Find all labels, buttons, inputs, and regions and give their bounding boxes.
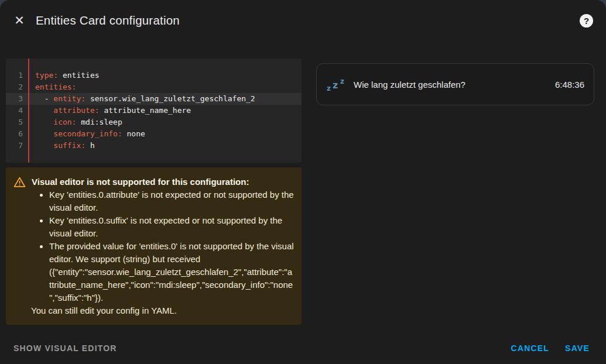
- line-number: 1: [6, 70, 28, 81]
- line-number: 3: [6, 93, 28, 105]
- yaml-code-line[interactable]: 5 icon: mdi:sleep: [6, 116, 302, 128]
- sleep-icon-z: z: [327, 85, 331, 92]
- show-visual-editor-button[interactable]: SHOW VISUAL EDITOR: [13, 344, 117, 353]
- yaml-code-line[interactable]: 2entities:: [6, 81, 302, 93]
- yaml-token-plain: entities: [58, 71, 99, 80]
- yaml-token-plain: attribute_name_here: [100, 106, 191, 115]
- editor-gutter-rule: [28, 59, 29, 163]
- yaml-token-key: type:: [35, 71, 58, 80]
- code-text: entities:: [28, 81, 76, 93]
- warning-title: Visual editor is not supported for this …: [32, 176, 249, 188]
- dialog-header: ✕ Entities Card configuration ?: [0, 0, 606, 39]
- entities-card-preview: z z z Wie lang zuletzt geschlafen? 6:48:…: [316, 63, 594, 105]
- sleep-icon: z z z: [326, 73, 348, 96]
- yaml-token-plain: sensor.wie_lang_zuletzt_geschlafen_2: [85, 94, 255, 103]
- config-column: 1type: entities2entities:3 - entity: sen…: [6, 59, 302, 325]
- yaml-code-line[interactable]: 6 secondary_info: none: [6, 128, 302, 140]
- yaml-editor[interactable]: 1type: entities2entities:3 - entity: sen…: [6, 59, 302, 163]
- yaml-token-plain: [35, 141, 53, 150]
- sleep-icon-z: z: [340, 78, 344, 85]
- save-button[interactable]: SAVE: [565, 344, 590, 353]
- yaml-token-plain: mdi:sleep: [76, 118, 122, 126]
- warning-note: You can still edit your config in YAML.: [31, 304, 295, 317]
- footer-actions: CANCEL SAVE: [511, 344, 590, 353]
- line-number: 6: [6, 128, 28, 140]
- sleep-icon-z: z: [333, 81, 338, 90]
- entity-state-value: 6:48:36: [555, 80, 584, 90]
- help-icon[interactable]: ?: [580, 14, 593, 28]
- dialog-footer: SHOW VISUAL EDITOR CANCEL SAVE: [0, 336, 606, 364]
- yaml-token-plain: [35, 118, 53, 126]
- yaml-code-lines: 1type: entities2entities:3 - entity: sen…: [6, 70, 302, 152]
- line-number: 5: [6, 116, 28, 128]
- entities-card-config-dialog: ✕ Entities Card configuration ? 1type: e…: [0, 0, 606, 364]
- line-number: 4: [6, 105, 28, 116]
- warning-list: Key 'entities.0.attribute' is not expect…: [13, 188, 295, 304]
- code-text: secondary_info: none: [28, 128, 145, 140]
- warning-item: Key 'entities.0.attribute' is not expect…: [49, 188, 295, 214]
- line-number: 7: [6, 140, 28, 152]
- yaml-token-plain: [35, 129, 53, 138]
- dialog-title: Entities Card configuration: [36, 13, 180, 28]
- yaml-token-plain: [35, 106, 53, 115]
- entity-name: Wie lang zuletzt geschlafen?: [354, 80, 465, 90]
- yaml-token-key: entities:: [35, 83, 76, 91]
- warning-item: The provided value for 'entities.0' is n…: [49, 240, 295, 304]
- code-text: attribute: attribute_name_here: [28, 105, 191, 116]
- yaml-token-plain: h: [85, 141, 95, 150]
- warning-triangle-icon: [13, 176, 26, 188]
- yaml-token-plain: none: [122, 129, 145, 138]
- yaml-code-line[interactable]: 1type: entities: [6, 70, 302, 81]
- code-text: type: entities: [28, 70, 100, 81]
- warning-header: Visual editor is not supported for this …: [13, 176, 295, 188]
- line-number: 2: [6, 81, 28, 93]
- dialog-content: 1type: entities2entities:3 - entity: sen…: [0, 39, 606, 336]
- yaml-token-key: attribute:: [53, 106, 99, 115]
- code-text: suffix: h: [28, 140, 95, 152]
- code-text: - entity: sensor.wie_lang_zuletzt_geschl…: [28, 93, 255, 105]
- code-text: icon: mdi:sleep: [28, 116, 122, 128]
- yaml-token-key: icon:: [53, 118, 76, 126]
- yaml-token-key: entity:: [53, 94, 85, 103]
- yaml-token-plain: -: [35, 94, 53, 103]
- warning-item: Key 'entities.0.suffix' is not expected …: [49, 214, 295, 240]
- visual-editor-warning: Visual editor is not supported for this …: [6, 167, 302, 325]
- yaml-code-line[interactable]: 3 - entity: sensor.wie_lang_zuletzt_gesc…: [6, 93, 302, 105]
- card-preview-column: z z z Wie lang zuletzt geschlafen? 6:48:…: [316, 59, 594, 105]
- yaml-code-line[interactable]: 7 suffix: h: [6, 140, 302, 152]
- cancel-button[interactable]: CANCEL: [511, 344, 550, 353]
- yaml-code-line[interactable]: 4 attribute: attribute_name_here: [6, 105, 302, 116]
- yaml-token-key: suffix:: [53, 141, 85, 150]
- close-icon[interactable]: ✕: [11, 12, 28, 29]
- yaml-token-key: secondary_info:: [53, 129, 122, 138]
